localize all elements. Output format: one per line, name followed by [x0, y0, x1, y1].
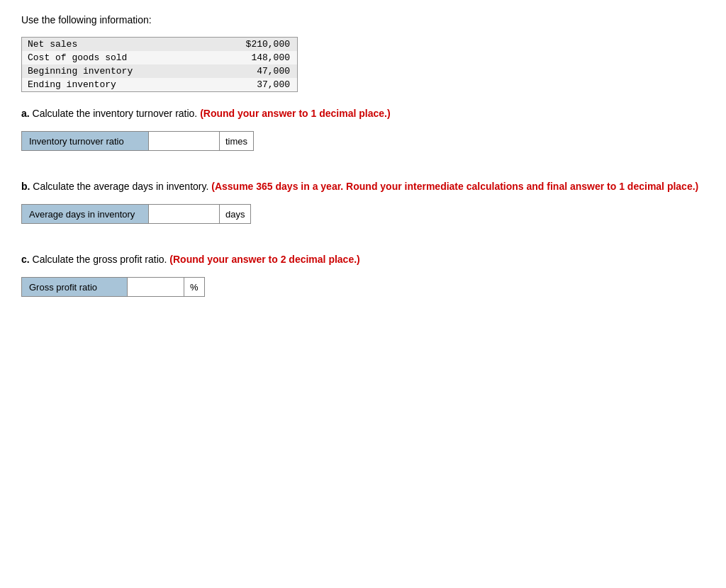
value-begin-inv: 47,000: [206, 64, 297, 78]
label-begin-inv: Beginning inventory: [22, 64, 207, 78]
table-row: Ending inventory 37,000: [22, 78, 298, 92]
value-net-sales: $210,000: [206, 38, 297, 52]
value-end-inv: 37,000: [206, 78, 297, 92]
section-a: a. Calculate the inventory turnover rati…: [21, 106, 705, 151]
inventory-turnover-unit: times: [220, 131, 254, 151]
table-row: Cost of goods sold 148,000: [22, 51, 298, 64]
label-end-inv: Ending inventory: [22, 78, 207, 92]
avg-days-input[interactable]: [149, 204, 220, 224]
section-c-red: (Round your answer to 2 decimal place.): [169, 254, 359, 265]
section-c-input-row: Gross profit ratio %: [21, 277, 705, 297]
label-cogs: Cost of goods sold: [22, 51, 207, 64]
section-b: b. Calculate the average days in invento…: [21, 179, 705, 224]
table-row: Beginning inventory 47,000: [22, 64, 298, 78]
label-net-sales: Net sales: [22, 38, 207, 52]
section-a-prefix: a.: [21, 108, 30, 119]
avg-days-unit: days: [220, 204, 251, 224]
section-b-heading: b. Calculate the average days in invento…: [21, 179, 705, 194]
inventory-turnover-input[interactable]: [149, 131, 220, 151]
section-b-input-row: Average days in inventory days: [21, 204, 705, 224]
page-intro: Use the following information:: [21, 14, 705, 26]
section-b-red: (Assume 365 days in a year. Round your i…: [211, 181, 698, 192]
section-c-static: Calculate the gross profit ratio.: [33, 254, 167, 265]
section-c: c. Calculate the gross profit ratio. (Ro…: [21, 252, 705, 297]
section-a-red: (Round your answer to 1 decimal place.): [200, 108, 390, 119]
value-cogs: 148,000: [206, 51, 297, 64]
gross-profit-input[interactable]: [128, 277, 184, 297]
section-b-prefix: b.: [21, 181, 30, 192]
table-row: Net sales $210,000: [22, 38, 298, 52]
page-container: Use the following information: Net sales…: [21, 14, 705, 297]
info-table: Net sales $210,000 Cost of goods sold 14…: [21, 37, 298, 92]
section-c-prefix: c.: [21, 254, 30, 265]
section-c-heading: c. Calculate the gross profit ratio. (Ro…: [21, 252, 705, 267]
section-a-input-row: Inventory turnover ratio times: [21, 131, 705, 151]
gross-profit-label: Gross profit ratio: [21, 277, 128, 297]
section-a-static: Calculate the inventory turnover ratio.: [33, 108, 198, 119]
avg-days-label: Average days in inventory: [21, 204, 149, 224]
section-a-heading: a. Calculate the inventory turnover rati…: [21, 106, 705, 121]
inventory-turnover-label: Inventory turnover ratio: [21, 131, 149, 151]
section-b-static: Calculate the average days in inventory.: [33, 181, 208, 192]
gross-profit-unit: %: [184, 277, 205, 297]
